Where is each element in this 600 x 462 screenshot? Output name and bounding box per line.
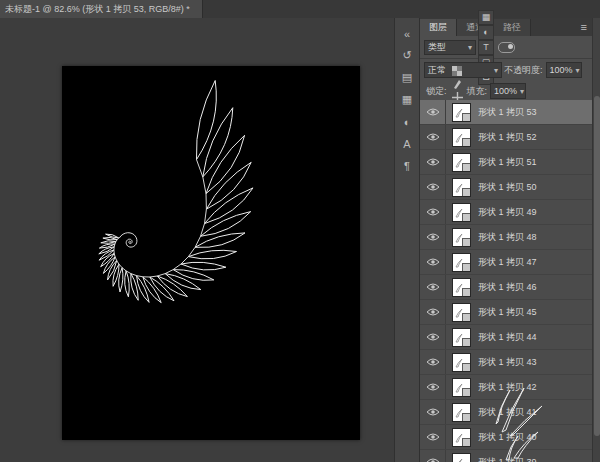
layer-row[interactable]: 形状 1 拷贝 43 <box>420 350 592 375</box>
layer-row[interactable]: 形状 1 拷贝 51 <box>420 150 592 175</box>
layer-thumbnail[interactable] <box>452 453 471 462</box>
lock-label: 锁定: <box>426 85 447 98</box>
layer-visibility-eye-icon[interactable] <box>420 375 446 399</box>
fill-dropdown[interactable]: 100% ▾ <box>490 83 526 99</box>
layer-visibility-eye-icon[interactable] <box>420 450 446 462</box>
layer-thumbnail[interactable] <box>452 328 471 347</box>
layer-name[interactable]: 形状 1 拷贝 51 <box>478 156 592 169</box>
layer-name[interactable]: 形状 1 拷贝 40 <box>478 431 592 444</box>
artboard-canvas[interactable] <box>62 66 360 440</box>
layer-thumbnail[interactable] <box>452 303 471 322</box>
layer-row[interactable]: 形状 1 拷贝 46 <box>420 275 592 300</box>
layer-row[interactable]: 形状 1 拷贝 40 <box>420 425 592 450</box>
layer-name[interactable]: 形状 1 拷贝 48 <box>478 231 592 244</box>
shape-layer-badge-icon <box>462 238 470 246</box>
layer-thumbnail[interactable] <box>452 428 471 447</box>
canvas-area[interactable] <box>0 18 394 462</box>
document-tab[interactable]: 未标题-1 @ 82.6% (形状 1 拷贝 53, RGB/8#) * <box>0 0 203 18</box>
layer-list[interactable]: 形状 1 拷贝 53形状 1 拷贝 52形状 1 拷贝 51形状 1 拷贝 50… <box>420 100 592 462</box>
opacity-label: 不透明度: <box>504 64 543 77</box>
shape-layer-badge-icon <box>462 163 470 171</box>
character-panel-icon[interactable]: A <box>397 134 417 153</box>
layers-scrollbar-track[interactable] <box>592 18 600 462</box>
layer-name[interactable]: 形状 1 拷贝 43 <box>478 356 592 369</box>
layer-row[interactable]: 形状 1 拷贝 52 <box>420 125 592 150</box>
layer-row[interactable]: 形状 1 拷贝 44 <box>420 325 592 350</box>
layer-thumbnail[interactable] <box>452 228 471 247</box>
layer-visibility-eye-icon[interactable] <box>420 250 446 274</box>
layer-name[interactable]: 形状 1 拷贝 46 <box>478 281 592 294</box>
layer-name[interactable]: 形状 1 拷贝 41 <box>478 406 592 419</box>
filter-kind-label: 类型 <box>428 41 446 54</box>
spiral-feather-artwork <box>62 66 360 440</box>
type-filter-icon[interactable]: T <box>478 40 494 55</box>
layer-visibility-eye-icon[interactable] <box>420 350 446 374</box>
chevron-down-icon: ▾ <box>520 87 524 96</box>
layer-name[interactable]: 形状 1 拷贝 49 <box>478 206 592 219</box>
layer-name[interactable]: 形状 1 拷贝 53 <box>478 106 592 119</box>
layer-thumbnail[interactable] <box>452 403 471 422</box>
layer-row[interactable]: 形状 1 拷贝 49 <box>420 200 592 225</box>
blend-mode-value: 正常 <box>428 64 446 77</box>
layer-row[interactable]: 形状 1 拷贝 41 <box>420 400 592 425</box>
layer-visibility-eye-icon[interactable] <box>420 175 446 199</box>
shape-layer-badge-icon <box>462 313 470 321</box>
layer-thumbnail[interactable] <box>452 253 471 272</box>
fill-label: 填充: <box>467 85 488 98</box>
adjustments-panel-icon[interactable]: ◐ <box>397 112 417 131</box>
opacity-dropdown[interactable]: 100% ▾ <box>546 62 582 78</box>
layer-visibility-eye-icon[interactable] <box>420 275 446 299</box>
layer-row[interactable]: 形状 1 拷贝 47 <box>420 250 592 275</box>
pixel-filter-icon[interactable]: ▦ <box>478 10 494 25</box>
layer-thumbnail[interactable] <box>452 278 471 297</box>
panel-tab-layers[interactable]: 图层 <box>420 19 457 36</box>
layer-thumbnail[interactable] <box>452 378 471 397</box>
chevron-down-icon: ▾ <box>494 66 498 75</box>
layer-visibility-eye-icon[interactable] <box>420 125 446 149</box>
layer-row[interactable]: 形状 1 拷贝 39 <box>420 450 592 462</box>
layer-visibility-eye-icon[interactable] <box>420 325 446 349</box>
layer-thumbnail[interactable] <box>452 353 471 372</box>
shape-layer-badge-icon <box>462 188 470 196</box>
collapse-panels-icon[interactable]: « <box>397 24 417 43</box>
layer-visibility-eye-icon[interactable] <box>420 100 446 124</box>
layer-name[interactable]: 形状 1 拷贝 50 <box>478 181 592 194</box>
layer-row[interactable]: 形状 1 拷贝 50 <box>420 175 592 200</box>
layer-name[interactable]: 形状 1 拷贝 47 <box>478 256 592 269</box>
layer-row[interactable]: 形状 1 拷贝 48 <box>420 225 592 250</box>
swatches-panel-icon[interactable]: ▦ <box>397 90 417 109</box>
layers-scrollbar-thumb[interactable] <box>594 96 600 436</box>
layer-visibility-eye-icon[interactable] <box>420 150 446 174</box>
layers-panel: 图层通道路径≡ 类型 ▾ ▦◐T▢⊡ 正常 ▾ 不透明度: 100% ▾ 锁定: <box>420 18 592 462</box>
filter-toggle-icon[interactable] <box>498 42 515 53</box>
panel-tab-paths[interactable]: 路径 <box>494 19 531 36</box>
lock-pixels-icon[interactable] <box>451 78 464 91</box>
layer-visibility-eye-icon[interactable] <box>420 200 446 224</box>
chevron-down-icon: ▾ <box>576 66 580 75</box>
layer-name[interactable]: 形状 1 拷贝 45 <box>478 306 592 319</box>
lock-transparency-icon[interactable] <box>451 65 464 78</box>
layer-visibility-eye-icon[interactable] <box>420 425 446 449</box>
layer-thumbnail[interactable] <box>452 103 471 122</box>
properties-panel-icon[interactable]: ▤ <box>397 68 417 87</box>
layer-name[interactable]: 形状 1 拷贝 42 <box>478 381 592 394</box>
layer-row[interactable]: 形状 1 拷贝 45 <box>420 300 592 325</box>
layer-row[interactable]: 形状 1 拷贝 53 <box>420 100 592 125</box>
adjustment-filter-icon[interactable]: ◐ <box>478 25 494 40</box>
layer-thumbnail[interactable] <box>452 153 471 172</box>
layer-name[interactable]: 形状 1 拷贝 39 <box>478 456 592 462</box>
layer-visibility-eye-icon[interactable] <box>420 400 446 424</box>
layer-visibility-eye-icon[interactable] <box>420 300 446 324</box>
layer-row[interactable]: 形状 1 拷贝 42 <box>420 375 592 400</box>
layer-name[interactable]: 形状 1 拷贝 52 <box>478 131 592 144</box>
paragraph-panel-icon[interactable]: ¶ <box>397 156 417 175</box>
filter-kind-dropdown[interactable]: 类型 ▾ <box>424 40 476 55</box>
shape-layer-badge-icon <box>462 263 470 271</box>
panel-menu-icon[interactable]: ≡ <box>576 19 592 36</box>
layer-thumbnail[interactable] <box>452 178 471 197</box>
layer-thumbnail[interactable] <box>452 128 471 147</box>
history-panel-icon[interactable]: ↺ <box>397 46 417 65</box>
layer-name[interactable]: 形状 1 拷贝 44 <box>478 331 592 344</box>
layer-thumbnail[interactable] <box>452 203 471 222</box>
layer-visibility-eye-icon[interactable] <box>420 225 446 249</box>
